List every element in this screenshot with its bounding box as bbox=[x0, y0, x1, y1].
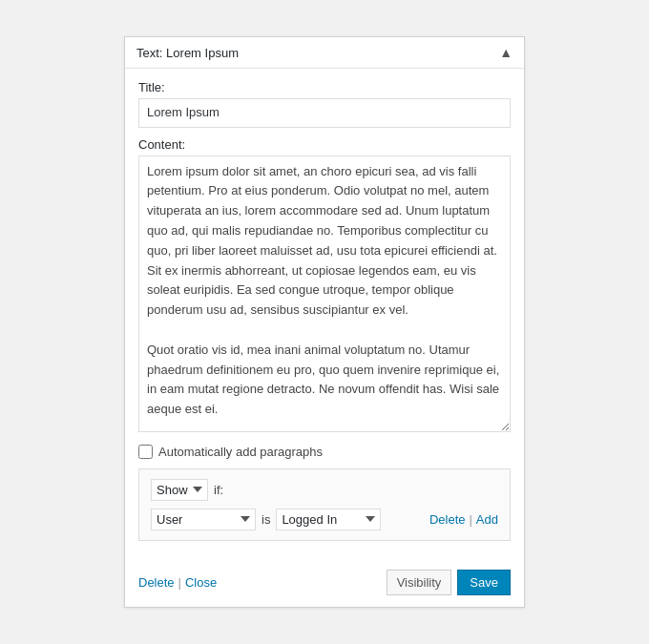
widget-body: Title: Content: Lorem ipsum dolor sit am… bbox=[125, 69, 524, 561]
widget-footer: Delete | Close Visibility Save bbox=[125, 562, 524, 607]
close-widget-link[interactable]: Close bbox=[185, 575, 217, 590]
widget-panel: Text: Lorem Ipsum ▲ Title: Content: Lore… bbox=[124, 36, 525, 607]
widget-title-prefix: Text: bbox=[136, 46, 162, 60]
widget-title: Text: Lorem Ipsum bbox=[136, 46, 239, 60]
widget-title-value: Lorem Ipsum bbox=[166, 46, 239, 60]
title-group: Title: bbox=[138, 80, 511, 127]
user-select[interactable]: User Role Capability bbox=[151, 509, 256, 530]
auto-paragraph-group: Automatically add paragraphs bbox=[138, 445, 511, 459]
show-select[interactable]: Show bbox=[151, 479, 208, 501]
content-textarea-wrapper: Lorem ipsum dolor sit amet, an choro epi… bbox=[138, 156, 511, 435]
visibility-button[interactable]: Visibility bbox=[387, 570, 452, 595]
content-textarea[interactable]: Lorem ipsum dolor sit amet, an choro epi… bbox=[138, 156, 511, 432]
footer-separator: | bbox=[178, 575, 181, 590]
show-if-row: Show if: bbox=[151, 479, 498, 501]
auto-paragraph-label[interactable]: Automatically add paragraphs bbox=[158, 445, 323, 459]
widget-header[interactable]: Text: Lorem Ipsum ▲ bbox=[125, 37, 524, 69]
delete-widget-link[interactable]: Delete bbox=[138, 575, 175, 590]
footer-links: Delete | Close bbox=[138, 575, 217, 590]
content-label: Content: bbox=[138, 137, 511, 152]
title-input[interactable] bbox=[138, 98, 511, 127]
link-separator: | bbox=[469, 512, 471, 527]
delete-condition-link[interactable]: Delete bbox=[429, 512, 466, 527]
if-label: if: bbox=[214, 483, 223, 497]
title-label: Title: bbox=[138, 80, 511, 94]
save-button[interactable]: Save bbox=[457, 570, 511, 595]
delete-add-links: Delete | Add bbox=[429, 512, 498, 527]
condition-value-select[interactable]: Logged In Logged Out Administrator Edito… bbox=[276, 509, 381, 530]
show-if-conditions: User Role Capability is Logged In Logged… bbox=[151, 509, 498, 530]
footer-buttons: Visibility Save bbox=[387, 570, 511, 595]
collapse-icon[interactable]: ▲ bbox=[499, 45, 513, 60]
auto-paragraph-checkbox[interactable] bbox=[138, 445, 153, 459]
show-if-section: Show if: User Role Capability is Logged … bbox=[138, 468, 511, 541]
add-condition-link[interactable]: Add bbox=[476, 512, 498, 527]
is-label: is bbox=[262, 512, 270, 527]
content-group: Content: Lorem ipsum dolor sit amet, an … bbox=[138, 137, 511, 435]
